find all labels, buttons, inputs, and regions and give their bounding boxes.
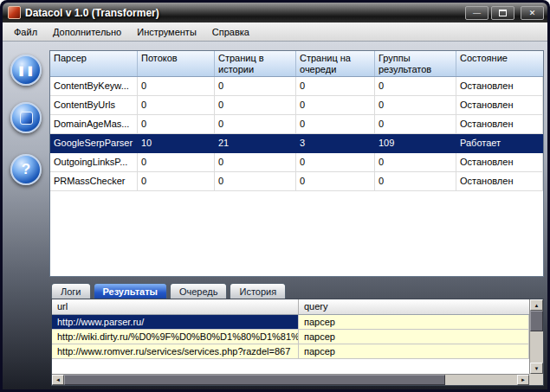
window-title: Datacol v 1.0 (Transformer) xyxy=(25,7,463,19)
stop-button[interactable] xyxy=(10,102,42,133)
cell-query: парсер xyxy=(299,330,529,344)
menu-help[interactable]: Справка xyxy=(204,24,257,40)
results-grid: url query http://www.parser.ru/ парсер h… xyxy=(52,299,529,374)
pause-button[interactable]: ❚❚ xyxy=(10,55,42,86)
table-row[interactable]: ContentByKeyw... 0 0 0 0 Остановлен xyxy=(50,77,543,96)
results-panel: url query http://www.parser.ru/ парсер h… xyxy=(51,299,544,386)
cell-threads: 0 xyxy=(138,96,215,115)
scroll-up-button[interactable]: ▲ xyxy=(530,299,543,311)
menu-bar: Файл Дополнительно Инструменты Справка xyxy=(3,22,547,42)
pause-icon: ❚❚ xyxy=(17,65,35,76)
parsers-table-header: Парсер Потоков Страниц в истории Страниц… xyxy=(50,51,543,77)
cell-threads: 0 xyxy=(138,115,215,134)
tab-results[interactable]: Результаты xyxy=(94,283,167,299)
cell-threads: 0 xyxy=(138,172,215,191)
cell-pages-queue: 0 xyxy=(296,96,375,115)
cell-threads: 0 xyxy=(138,77,215,96)
help-icon: ? xyxy=(22,161,30,178)
cell-query: парсер xyxy=(299,315,529,330)
scroll-down-button[interactable]: ▼ xyxy=(530,363,543,374)
column-header-query[interactable]: query xyxy=(299,299,529,314)
tab-queue[interactable]: Очередь xyxy=(170,283,228,299)
column-header-parser[interactable]: Парсер xyxy=(50,51,138,76)
cell-state: Остановлен xyxy=(456,115,543,134)
column-header-state[interactable]: Состояние xyxy=(456,51,543,76)
result-row-selected[interactable]: http://www.parser.ru/ парсер xyxy=(52,315,529,330)
app-window: Datacol v 1.0 (Transformer) — ✕ Файл Доп… xyxy=(0,0,550,392)
close-icon: ✕ xyxy=(529,9,536,17)
menu-additional[interactable]: Дополнительно xyxy=(45,24,129,40)
column-header-result-groups[interactable]: Группы результатов xyxy=(375,51,456,76)
result-row[interactable]: http://wiki.dirty.ru/%D0%9F%D0%B0%D1%80%… xyxy=(52,330,529,344)
cell-parser: GoogleSerpParser xyxy=(50,134,138,153)
vertical-scrollbar[interactable]: ▲ ▼ xyxy=(529,299,543,374)
cell-state: Остановлен xyxy=(456,96,543,115)
cell-result-groups: 109 xyxy=(375,134,456,153)
minimize-icon: — xyxy=(473,9,481,17)
parsers-table: Парсер Потоков Страниц в истории Страниц… xyxy=(49,50,544,277)
results-grid-header: url query xyxy=(52,299,529,315)
maximize-button[interactable] xyxy=(491,6,514,20)
cell-pages-queue: 0 xyxy=(296,77,375,96)
table-row[interactable]: DomainAgeMas... 0 0 0 0 Остановлен xyxy=(50,115,543,134)
scroll-right-button[interactable]: ► xyxy=(517,375,529,385)
cell-threads: 10 xyxy=(138,134,215,153)
close-button[interactable]: ✕ xyxy=(521,6,544,20)
table-row[interactable]: PRMassChecker 0 0 0 0 Остановлен xyxy=(50,172,543,191)
cell-state: Остановлен xyxy=(456,77,543,96)
cell-parser: ContentByUrls xyxy=(50,96,138,115)
cell-pages-queue: 0 xyxy=(296,115,375,134)
cell-result-groups: 0 xyxy=(375,172,456,191)
cell-pages-history: 0 xyxy=(215,172,296,191)
cell-url: http://wiki.dirty.ru/%D0%9F%D0%B0%D1%80%… xyxy=(52,330,299,344)
stop-icon xyxy=(20,112,33,125)
menu-tools[interactable]: Инструменты xyxy=(129,24,204,40)
table-row[interactable]: OutgoingLinksP... 0 0 0 0 Остановлен xyxy=(50,153,543,172)
vertical-scroll-thumb[interactable] xyxy=(530,311,543,331)
maximize-icon xyxy=(499,10,507,16)
cell-pages-history: 21 xyxy=(215,134,296,153)
cell-pages-history: 0 xyxy=(215,77,296,96)
help-button[interactable]: ? xyxy=(10,154,42,185)
cell-state: Работает xyxy=(456,134,543,153)
tab-history[interactable]: История xyxy=(230,283,286,299)
cell-pages-history: 0 xyxy=(215,153,296,172)
cell-parser: DomainAgeMas... xyxy=(50,115,138,134)
cell-parser: OutgoingLinksP... xyxy=(50,153,138,172)
cell-result-groups: 0 xyxy=(375,96,456,115)
title-bar: Datacol v 1.0 (Transformer) — ✕ xyxy=(3,3,547,22)
cell-pages-queue: 3 xyxy=(296,134,375,153)
cell-threads: 0 xyxy=(138,153,215,172)
cell-result-groups: 0 xyxy=(375,153,456,172)
arrow-up-icon: ▲ xyxy=(534,303,540,308)
cell-query: парсер xyxy=(299,344,529,359)
cell-pages-queue: 0 xyxy=(296,153,375,172)
cell-url: http://www.romver.ru/services/services.p… xyxy=(52,344,299,359)
column-header-threads[interactable]: Потоков xyxy=(138,51,215,76)
horizontal-scroll-thumb[interactable] xyxy=(64,375,445,385)
tab-logs[interactable]: Логи xyxy=(51,283,91,299)
column-header-pages-queue[interactable]: Страниц на очереди xyxy=(296,51,375,76)
cell-state: Остановлен xyxy=(456,172,543,191)
column-header-pages-history[interactable]: Страниц в истории xyxy=(215,51,296,76)
arrow-right-icon: ► xyxy=(521,377,526,382)
menu-file[interactable]: Файл xyxy=(6,24,45,40)
client-area: ❚❚ ? Парсер Потоков Страниц в истории Ст… xyxy=(3,42,547,389)
cell-url: http://www.parser.ru/ xyxy=(52,315,299,330)
column-header-url[interactable]: url xyxy=(52,299,299,314)
cell-parser: PRMassChecker xyxy=(50,172,138,191)
minimize-button[interactable]: — xyxy=(465,6,489,20)
table-row[interactable]: ContentByUrls 0 0 0 0 Остановлен xyxy=(50,96,543,115)
arrow-left-icon: ◄ xyxy=(55,377,61,382)
cell-result-groups: 0 xyxy=(375,115,456,134)
cell-state: Остановлен xyxy=(456,153,543,172)
table-row-selected[interactable]: GoogleSerpParser 10 21 3 109 Работает xyxy=(50,134,543,153)
scroll-left-button[interactable]: ◄ xyxy=(52,375,64,385)
cell-parser: ContentByKeyw... xyxy=(50,77,138,96)
horizontal-scrollbar[interactable]: ◄ ► xyxy=(52,374,529,385)
bottom-tab-strip: Логи Результаты Очередь История xyxy=(51,280,286,299)
cell-result-groups: 0 xyxy=(375,77,456,96)
scrollbar-corner xyxy=(529,374,543,385)
result-row[interactable]: http://www.romver.ru/services/services.p… xyxy=(52,344,529,359)
arrow-down-icon: ▼ xyxy=(534,366,540,371)
